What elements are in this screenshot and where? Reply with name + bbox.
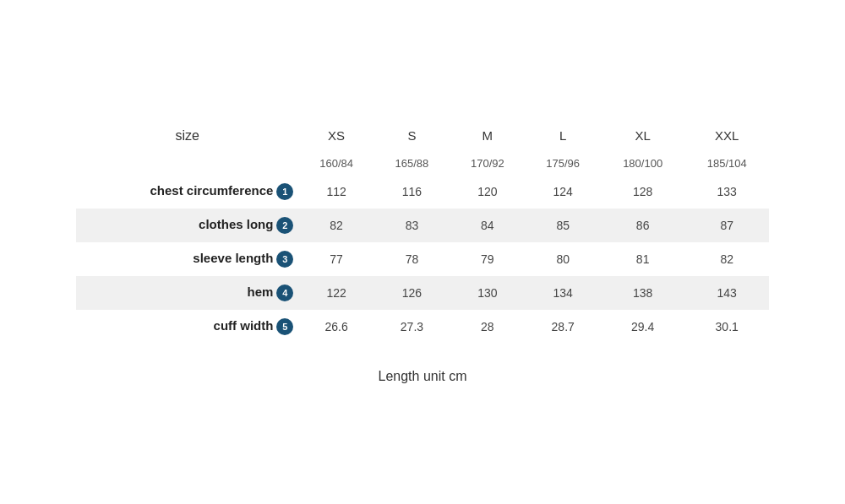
size-xl: XL <box>601 120 685 152</box>
cell-row0-col4: 128 <box>601 175 685 209</box>
footer-text: Length unit cm <box>76 369 769 384</box>
cell-row2-col2: 79 <box>450 242 525 276</box>
cell-row3-col2: 130 <box>450 276 525 310</box>
cell-row4-col0: 26.6 <box>298 310 373 344</box>
subheader-empty <box>76 152 298 175</box>
subheader-xxl: 185/104 <box>684 152 769 175</box>
cell-row3-col0: 122 <box>298 276 373 310</box>
row-label-3: hem4 <box>76 276 298 310</box>
cell-row0-col2: 120 <box>450 175 525 209</box>
table-row: hem4122126130134138143 <box>76 276 769 310</box>
subheader-s: 165/88 <box>374 152 450 175</box>
size-l: L <box>526 120 601 152</box>
cell-row3-col5: 143 <box>684 276 769 310</box>
table-row: cuff width526.627.32828.729.430.1 <box>76 310 769 344</box>
size-xs: XS <box>298 120 373 152</box>
cell-row3-col4: 138 <box>601 276 685 310</box>
cell-row1-col2: 84 <box>450 209 525 242</box>
subheader-xs: 160/84 <box>298 152 373 175</box>
cell-row3-col1: 126 <box>374 276 450 310</box>
cell-row4-col3: 28.7 <box>526 310 601 344</box>
badge-1: 2 <box>276 217 293 234</box>
subheader-l: 175/96 <box>526 152 601 175</box>
cell-row3-col3: 134 <box>526 276 601 310</box>
cell-row1-col0: 82 <box>298 209 373 242</box>
badge-4: 5 <box>276 318 293 335</box>
cell-row0-col3: 124 <box>526 175 601 209</box>
cell-row2-col4: 81 <box>601 242 685 276</box>
badge-0: 1 <box>276 183 293 200</box>
row-label-0: chest circumference1 <box>76 175 298 209</box>
cell-row4-col2: 28 <box>450 310 525 344</box>
cell-row4-col4: 29.4 <box>601 310 685 344</box>
size-xxl: XXL <box>684 120 769 152</box>
cell-row1-col3: 85 <box>526 209 601 242</box>
badge-2: 3 <box>276 251 293 268</box>
size-column-header: size <box>76 120 298 152</box>
cell-row2-col3: 80 <box>526 242 601 276</box>
cell-row1-col1: 83 <box>374 209 450 242</box>
table-row: sleeve length3777879808182 <box>76 242 769 276</box>
cell-row0-col0: 112 <box>298 175 373 209</box>
cell-row1-col5: 87 <box>684 209 769 242</box>
row-label-2: sleeve length3 <box>76 242 298 276</box>
row-label-4: cuff width5 <box>76 310 298 344</box>
cell-row2-col5: 82 <box>684 242 769 276</box>
row-label-1: clothes long2 <box>76 209 298 242</box>
cell-row0-col5: 133 <box>684 175 769 209</box>
cell-row4-col5: 30.1 <box>684 310 769 344</box>
table-row: chest circumference1112116120124128133 <box>76 175 769 209</box>
cell-row2-col0: 77 <box>298 242 373 276</box>
size-s: S <box>374 120 450 152</box>
table-row: clothes long2828384858687 <box>76 209 769 242</box>
size-chart: size XS S M L XL XXL 160/84 165/88 170/9… <box>76 120 769 384</box>
badge-3: 4 <box>276 285 293 301</box>
subheader-m: 170/92 <box>450 152 525 175</box>
cell-row2-col1: 78 <box>374 242 450 276</box>
size-m: M <box>450 120 525 152</box>
cell-row1-col4: 86 <box>601 209 685 242</box>
cell-row4-col1: 27.3 <box>374 310 450 344</box>
cell-row0-col1: 116 <box>374 175 450 209</box>
subheader-xl: 180/100 <box>601 152 685 175</box>
